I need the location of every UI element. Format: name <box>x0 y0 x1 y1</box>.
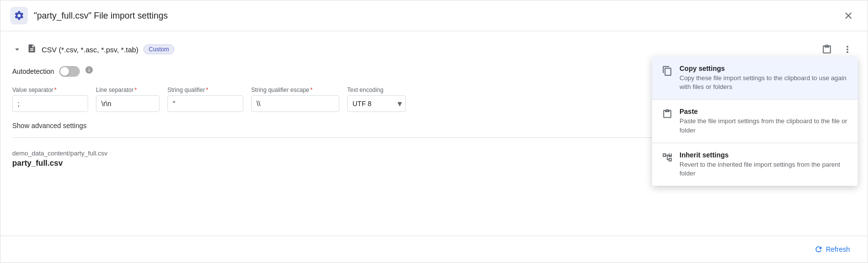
string-qualifier-star: * <box>206 87 209 93</box>
dialog-title: "party_full.csv" File import settings <box>34 11 168 21</box>
line-separator-input[interactable] <box>96 95 160 112</box>
autodetection-label: Autodetection <box>12 67 54 75</box>
string-qualifier-label: String qualifier * <box>167 87 243 93</box>
menu-item-inherit[interactable]: Inherit settings Revert to the inherited… <box>652 143 858 186</box>
text-encoding-select-wrap: UTF 8 UTF 16 ASCII ISO-8859-1 ▾ <box>347 95 406 112</box>
paste-icon <box>662 109 673 122</box>
inherit-title: Inherit settings <box>680 151 848 159</box>
close-button[interactable] <box>839 6 858 25</box>
text-encoding-select[interactable]: UTF 8 UTF 16 ASCII ISO-8859-1 <box>347 95 406 112</box>
collapse-button[interactable] <box>12 44 22 54</box>
value-separator-star: * <box>54 87 57 93</box>
string-qualifier-input[interactable] <box>167 95 243 112</box>
refresh-button[interactable]: Refresh <box>808 241 856 258</box>
section-header-left: CSV (*.csv, *.asc, *.psv, *.tab) Custom <box>12 44 174 56</box>
text-encoding-field: Text encoding UTF 8 UTF 16 ASCII ISO-885… <box>347 87 406 112</box>
line-separator-label: Line separator * <box>96 87 160 93</box>
bottom-bar: Refresh <box>0 236 868 263</box>
string-qualifier-field: String qualifier * <box>167 87 243 112</box>
title-left: "party_full.csv" File import settings <box>10 7 168 24</box>
copy-window-button[interactable] <box>819 41 835 58</box>
string-qualifier-escape-field: String qualifier escape * <box>251 87 339 112</box>
value-separator-input[interactable] <box>12 95 88 112</box>
dropdown-menu: Copy settings Copy these file import set… <box>652 57 858 186</box>
main-content: CSV (*.csv, *.asc, *.psv, *.tab) Custom … <box>0 31 868 236</box>
copy-settings-title: Copy settings <box>680 65 848 72</box>
more-options-button[interactable] <box>839 41 856 58</box>
toggle-slider <box>59 66 80 77</box>
menu-item-paste[interactable]: Paste Paste the file import settings fro… <box>652 100 858 142</box>
string-qualifier-escape-label: String qualifier escape * <box>251 87 339 93</box>
inherit-icon <box>662 152 673 166</box>
gear-icon <box>10 7 28 24</box>
copy-settings-content: Copy settings Copy these file import set… <box>680 65 848 91</box>
info-icon[interactable] <box>85 66 94 77</box>
menu-item-copy[interactable]: Copy settings Copy these file import set… <box>652 57 858 99</box>
autodetection-toggle[interactable] <box>59 66 80 77</box>
section-header: CSV (*.csv, *.asc, *.psv, *.tab) Custom <box>12 41 856 58</box>
text-encoding-label: Text encoding <box>347 87 406 93</box>
inherit-desc: Revert to the inherited file import sett… <box>680 160 848 178</box>
value-separator-field: Value separator * <box>12 87 88 112</box>
refresh-label: Refresh <box>826 245 850 253</box>
paste-content: Paste Paste the file import settings fro… <box>680 108 848 134</box>
value-separator-label: Value separator * <box>12 87 88 93</box>
line-separator-star: * <box>135 87 137 93</box>
string-qualifier-escape-input[interactable] <box>251 95 339 112</box>
paste-title: Paste <box>680 108 848 115</box>
copy-settings-desc: Copy these file import settings to the c… <box>680 74 848 91</box>
file-type-icon <box>27 44 37 56</box>
section-title: CSV (*.csv, *.asc, *.psv, *.tab) <box>42 45 139 54</box>
line-separator-field: Line separator * <box>96 87 160 112</box>
dialog: "party_full.csv" File import settings <box>0 0 868 263</box>
string-qualifier-escape-star: * <box>310 87 313 93</box>
copy-icon <box>662 66 673 79</box>
section-header-right <box>819 41 856 58</box>
paste-desc: Paste the file import settings from the … <box>680 117 848 134</box>
custom-badge: Custom <box>143 44 174 54</box>
show-advanced-settings-link[interactable]: Show advanced settings <box>12 122 87 130</box>
title-bar: "party_full.csv" File import settings <box>0 0 868 31</box>
inherit-content: Inherit settings Revert to the inherited… <box>680 151 848 178</box>
